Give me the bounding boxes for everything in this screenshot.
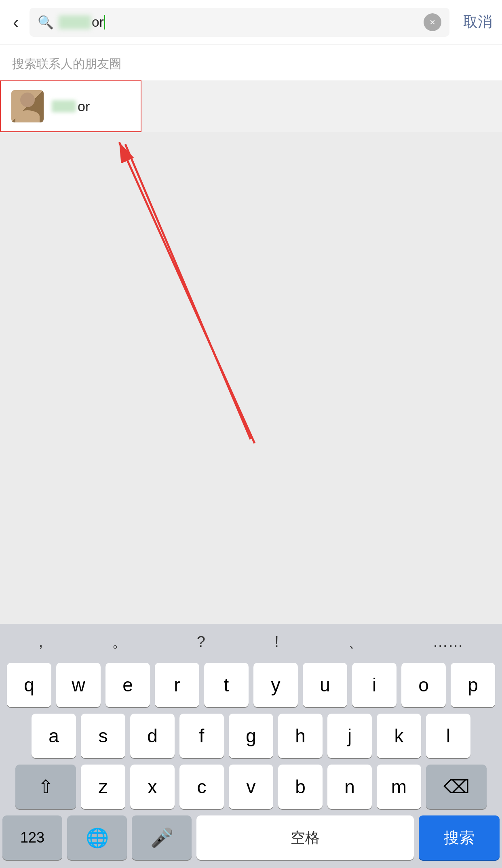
keyboard-row-3: ⇧ z x c v b n m ⌫ bbox=[0, 761, 502, 812]
key-pause[interactable]: 、 bbox=[342, 628, 370, 655]
key-i[interactable]: i bbox=[352, 663, 397, 707]
key-z[interactable]: z bbox=[81, 765, 125, 809]
avatar bbox=[11, 90, 44, 122]
key-comma[interactable]: , bbox=[32, 630, 50, 654]
mic-icon: 🎤 bbox=[150, 827, 173, 849]
annotation-arrow bbox=[0, 132, 502, 480]
key-shift[interactable]: ⇧ bbox=[15, 765, 76, 809]
keyboard-row-2: a s d f g h j k l bbox=[0, 710, 502, 761]
back-button[interactable]: ‹ bbox=[10, 12, 22, 32]
key-q[interactable]: q bbox=[7, 663, 51, 707]
key-p[interactable]: p bbox=[451, 663, 495, 707]
keyboard-row-1: q w e r t y u i o p bbox=[0, 659, 502, 710]
key-b[interactable]: b bbox=[278, 765, 323, 809]
clear-button[interactable]: × bbox=[424, 13, 441, 31]
key-r[interactable]: r bbox=[155, 663, 199, 707]
key-mic[interactable]: 🎤 bbox=[132, 815, 192, 860]
key-h[interactable]: h bbox=[278, 714, 323, 758]
key-j[interactable]: j bbox=[327, 714, 372, 758]
backspace-icon: ⌫ bbox=[443, 776, 470, 798]
cancel-button[interactable]: 取消 bbox=[457, 12, 492, 32]
search-input[interactable]: or bbox=[59, 14, 419, 30]
key-a[interactable]: a bbox=[32, 714, 76, 758]
key-m[interactable]: m bbox=[377, 765, 421, 809]
header: ‹ 🔍 or × 取消 bbox=[0, 0, 502, 44]
search-result-item[interactable]: or bbox=[0, 80, 141, 132]
key-t[interactable]: t bbox=[204, 663, 249, 707]
search-bar[interactable]: 🔍 or × bbox=[30, 8, 449, 37]
avatar-body-shape bbox=[15, 110, 40, 122]
key-space[interactable]: 空格 bbox=[196, 815, 414, 860]
clear-icon: × bbox=[430, 17, 435, 28]
search-icon: 🔍 bbox=[38, 15, 54, 30]
name-blurred bbox=[52, 100, 76, 112]
key-x[interactable]: x bbox=[130, 765, 175, 809]
key-o[interactable]: o bbox=[401, 663, 446, 707]
svg-line-1 bbox=[125, 144, 251, 439]
text-cursor bbox=[104, 15, 105, 29]
key-123[interactable]: 123 bbox=[2, 815, 62, 860]
key-u[interactable]: u bbox=[303, 663, 347, 707]
key-f[interactable]: f bbox=[179, 714, 224, 758]
search-hint: 搜索联系人的朋友圈 bbox=[0, 44, 502, 80]
keyboard-special-row: , 。 ? ! 、 …… bbox=[0, 624, 502, 659]
key-n[interactable]: n bbox=[327, 765, 372, 809]
key-d[interactable]: d bbox=[130, 714, 175, 758]
key-globe[interactable]: 🌐 bbox=[67, 815, 127, 860]
key-k[interactable]: k bbox=[377, 714, 421, 758]
globe-icon: 🌐 bbox=[86, 827, 109, 849]
key-exclaim[interactable]: ! bbox=[268, 630, 285, 654]
name-suffix: or bbox=[78, 99, 90, 114]
key-w[interactable]: w bbox=[56, 663, 101, 707]
key-l[interactable]: l bbox=[426, 714, 470, 758]
key-question[interactable]: ? bbox=[190, 630, 212, 654]
key-e[interactable]: e bbox=[105, 663, 150, 707]
key-v[interactable]: v bbox=[229, 765, 273, 809]
keyboard: , 。 ? ! 、 …… q w e r t y u i o p a s d f… bbox=[0, 624, 502, 868]
key-search[interactable]: 搜索 bbox=[419, 815, 500, 860]
content-area: 搜索联系人的朋友圈 or bbox=[0, 44, 502, 868]
search-value-suffix: or bbox=[92, 14, 104, 30]
key-c[interactable]: c bbox=[179, 765, 224, 809]
key-g[interactable]: g bbox=[229, 714, 273, 758]
key-s[interactable]: s bbox=[81, 714, 125, 758]
key-period[interactable]: 。 bbox=[105, 628, 134, 655]
key-ellipsis[interactable]: …… bbox=[426, 630, 470, 654]
search-blurred-text bbox=[59, 15, 91, 29]
key-backspace[interactable]: ⌫ bbox=[426, 765, 487, 809]
avatar-person-shape bbox=[20, 93, 35, 107]
svg-line-2 bbox=[119, 142, 255, 443]
result-name: or bbox=[52, 99, 90, 114]
keyboard-bottom-row: 123 🌐 🎤 空格 搜索 bbox=[0, 812, 502, 868]
avatar-image bbox=[11, 90, 44, 122]
key-y[interactable]: y bbox=[253, 663, 298, 707]
shift-icon: ⇧ bbox=[38, 776, 54, 798]
